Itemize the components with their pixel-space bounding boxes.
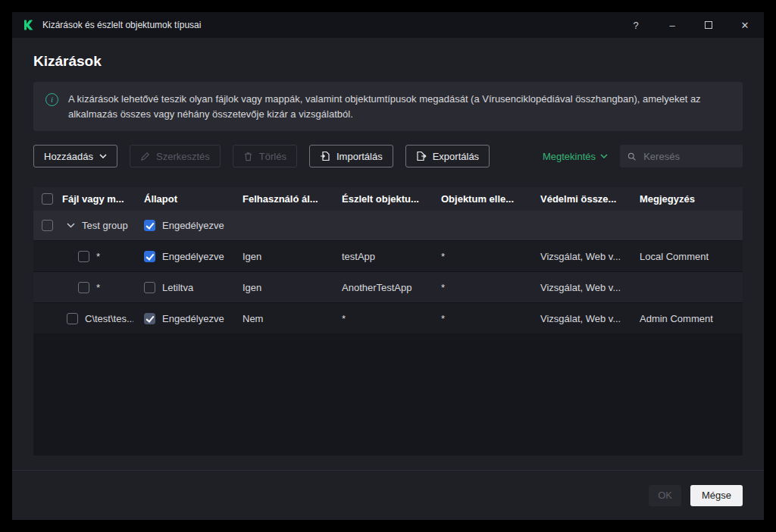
- import-button-label: Importálás: [336, 151, 383, 162]
- trash-icon: [243, 152, 253, 161]
- add-button-label: Hozzáadás: [44, 151, 93, 162]
- scrollbar-stub: [731, 187, 743, 211]
- footer-bar: OK Mégse: [12, 470, 764, 520]
- group-select-checkbox[interactable]: [42, 220, 53, 231]
- column-header[interactable]: Megjegyzés: [629, 187, 731, 211]
- chevron-down-icon[interactable]: [67, 223, 75, 228]
- protection-components-cell: Vizsgálat, Web v...: [530, 272, 629, 302]
- group-name: Test group: [82, 220, 128, 231]
- pencil-icon: [140, 152, 150, 161]
- scrollbar-stub: [731, 303, 743, 333]
- file-path: C\test\tes...: [85, 313, 133, 324]
- object-checksum-cell: *: [430, 303, 530, 333]
- detected-object-cell: testApp: [331, 241, 430, 271]
- table-body: Test group Engedélyezve *EngedélyezveIge…: [33, 211, 743, 455]
- status-checkbox[interactable]: [144, 251, 155, 262]
- group-status-label: Engedélyezve: [162, 220, 224, 231]
- row-indent-cell: [33, 303, 61, 333]
- chevron-down-icon: [600, 154, 608, 158]
- object-checksum-cell: *: [430, 272, 530, 302]
- edit-button[interactable]: Szerkesztés: [130, 145, 221, 167]
- search-icon: [627, 152, 636, 161]
- scrollbar-stub: [731, 272, 743, 302]
- scrollbar-stub: [731, 241, 743, 271]
- maximize-button[interactable]: [694, 12, 723, 38]
- search-box[interactable]: [620, 145, 743, 167]
- app-window: Kizárások és észlelt objektumok típusai …: [12, 12, 764, 520]
- protection-components-cell: Vizsgálat, Web v...: [530, 241, 629, 271]
- object-checksum-cell: *: [430, 241, 530, 271]
- protection-components-cell: Vizsgálat, Web v...: [530, 303, 629, 333]
- close-button[interactable]: ✕: [731, 12, 759, 38]
- ok-button[interactable]: OK: [649, 485, 681, 506]
- status-label: Letiltva: [162, 282, 193, 293]
- add-button[interactable]: Hozzáadás: [33, 145, 117, 167]
- export-icon: [416, 151, 427, 161]
- view-menu[interactable]: Megtekintés: [543, 151, 608, 162]
- file-cell: C\test\tes...: [61, 303, 133, 333]
- row-indent-cell: [33, 272, 61, 302]
- user-defined-cell: Nem: [232, 303, 331, 333]
- detected-object-cell: AnotherTestApp: [331, 272, 430, 302]
- table-row[interactable]: C\test\tes...EngedélyezveNem**Vizsgálat,…: [33, 303, 743, 334]
- export-button[interactable]: Exportálás: [405, 145, 490, 167]
- comment-cell: Local Comment: [629, 241, 731, 271]
- file-path: *: [96, 251, 100, 262]
- help-button[interactable]: ?: [621, 12, 650, 38]
- group-row[interactable]: Test group Engedélyezve: [33, 211, 743, 241]
- status-checkbox[interactable]: [144, 313, 155, 324]
- status-label: Engedélyezve: [162, 313, 224, 324]
- import-icon: [320, 151, 330, 161]
- status-cell: Letiltva: [133, 272, 232, 302]
- file-cell: *: [61, 272, 133, 302]
- row-select-checkbox[interactable]: [67, 313, 78, 324]
- info-icon: i: [45, 93, 58, 106]
- row-select-checkbox[interactable]: [78, 251, 89, 262]
- view-menu-label: Megtekintés: [543, 151, 596, 162]
- maximize-icon: [705, 21, 712, 29]
- export-button-label: Exportálás: [433, 151, 479, 162]
- status-cell: Engedélyezve: [133, 241, 232, 271]
- import-button[interactable]: Importálás: [309, 145, 393, 167]
- exclusions-table: Fájl vagy m...ÁllapotFelhasználó ál...És…: [33, 187, 743, 455]
- cancel-button[interactable]: Mégse: [690, 485, 743, 506]
- info-text: A kizárások lehetővé teszik olyan fájlok…: [68, 92, 731, 121]
- status-cell: Engedélyezve: [133, 303, 232, 333]
- delete-button[interactable]: Törlés: [233, 145, 297, 167]
- column-header[interactable]: Fájl vagy m...: [61, 187, 133, 211]
- select-all-checkbox[interactable]: [42, 193, 53, 205]
- group-status-cell: Engedélyezve: [133, 211, 232, 240]
- page-title: Kizárások: [33, 53, 743, 70]
- column-header[interactable]: Védelmi össze...: [530, 187, 629, 211]
- chevron-down-icon: [99, 154, 107, 158]
- table-header: Fájl vagy m...ÁllapotFelhasználó ál...És…: [33, 187, 743, 211]
- file-path: *: [96, 282, 100, 293]
- user-defined-cell: Igen: [232, 241, 331, 271]
- row-select-checkbox[interactable]: [78, 282, 89, 293]
- kaspersky-logo-icon: [23, 19, 35, 31]
- status-checkbox[interactable]: [144, 282, 155, 293]
- title-bar: Kizárások és észlelt objektumok típusai …: [12, 12, 764, 38]
- comment-cell: [629, 272, 731, 302]
- comment-cell: Admin Comment: [629, 303, 731, 333]
- header-select-cell: [33, 187, 61, 211]
- file-cell: *: [61, 241, 133, 271]
- info-banner: i A kizárások lehetővé teszik olyan fájl…: [33, 82, 743, 131]
- column-header[interactable]: Felhasználó ál...: [232, 187, 331, 211]
- table-row[interactable]: *EngedélyezveIgentestApp*Vizsgálat, Web …: [33, 241, 743, 272]
- search-input[interactable]: [642, 150, 735, 163]
- group-select-cell: [33, 211, 61, 240]
- row-indent-cell: [33, 241, 61, 271]
- column-header[interactable]: Objektum elle...: [430, 187, 530, 211]
- column-header[interactable]: Állapot: [133, 187, 232, 211]
- detected-object-cell: *: [331, 303, 430, 333]
- group-status-checkbox[interactable]: [144, 220, 155, 231]
- status-label: Engedélyezve: [162, 251, 224, 262]
- delete-button-label: Törlés: [259, 151, 286, 162]
- toolbar: Hozzáadás Szerkesztés Törlés Importálás …: [33, 145, 743, 167]
- table-row[interactable]: *LetiltvaIgenAnotherTestApp*Vizsgálat, W…: [33, 272, 743, 303]
- edit-button-label: Szerkesztés: [156, 151, 210, 162]
- minimize-button[interactable]: –: [658, 12, 687, 38]
- column-header[interactable]: Észlelt objektu...: [331, 187, 430, 211]
- group-name-cell: Test group: [61, 211, 133, 240]
